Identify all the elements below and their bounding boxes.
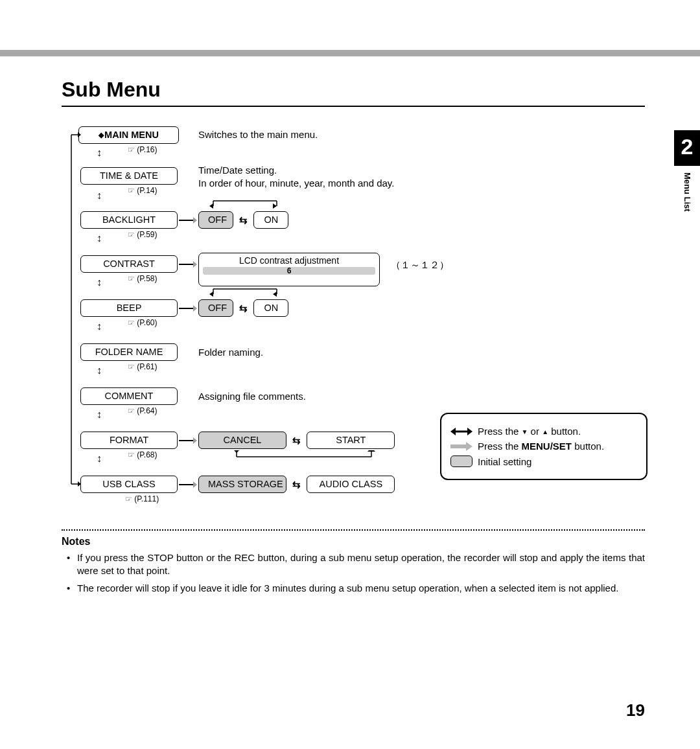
page-body: Sub Menu ◆MAIN MENU (P.16) Switches to t…	[0, 0, 700, 638]
swap-icon: ⇆	[292, 435, 301, 446]
menu-desc: Folder naming.	[198, 346, 263, 359]
updown-arrow-icon: ↕	[97, 233, 102, 244]
svg-marker-24	[193, 481, 197, 488]
swap-icon: ⇆	[239, 214, 248, 226]
svg-marker-32	[467, 428, 472, 435]
svg-marker-22	[368, 450, 375, 452]
option-off: OFF	[198, 211, 233, 229]
svg-marker-21	[233, 450, 240, 453]
menu-desc: Assigning file comments.	[198, 390, 306, 403]
format-options: CANCEL ⇆ START	[198, 432, 395, 449]
loop-icon	[209, 200, 281, 211]
page-ref: (P.111)	[125, 494, 159, 503]
arrow-right-gray-icon	[450, 442, 478, 451]
updown-arrow-icon: ↕	[97, 147, 102, 159]
arrow-right-icon	[179, 480, 197, 489]
menu-item-folder-name: FOLDER NAME	[80, 343, 178, 361]
wrap-line-icon	[68, 126, 81, 495]
svg-marker-27	[78, 132, 81, 137]
menu-item-contrast: CONTRAST	[80, 255, 178, 273]
menu-item-main: ◆MAIN MENU	[78, 126, 179, 144]
svg-marker-11	[209, 292, 213, 297]
svg-marker-10	[193, 305, 197, 312]
svg-marker-1	[193, 217, 197, 224]
backlight-options: OFF ⇆ ON	[198, 211, 288, 229]
updown-double-arrow-icon	[450, 426, 478, 437]
updown-arrow-icon: ↕	[97, 409, 102, 421]
legend-text: Press the ▼ or ▲ button.	[478, 426, 581, 437]
page-ref: (P.14)	[128, 186, 157, 195]
swap-icon: ⇆	[292, 479, 301, 490]
menu-item-comment: COMMENT	[80, 387, 178, 405]
option-audio-class: AUDIO CLASS	[307, 476, 395, 493]
updown-arrow-icon: ↕	[97, 365, 102, 376]
option-cancel: CANCEL	[198, 432, 286, 449]
arrow-right-icon	[179, 216, 197, 225]
menu-label: MAIN MENU	[104, 130, 159, 140]
option-mass-storage: MASS STORAGE	[198, 476, 286, 493]
page-ref: (P.58)	[128, 274, 157, 283]
page-title: Sub Menu	[62, 78, 645, 107]
updown-arrow-icon: ↕	[97, 453, 102, 465]
diamond-icon: ◆	[99, 131, 104, 139]
menu-diagram: ◆MAIN MENU (P.16) Switches to the main m…	[71, 126, 645, 522]
usb-options: MASS STORAGE ⇆ AUDIO CLASS	[198, 476, 395, 493]
svg-marker-2	[209, 203, 213, 209]
loop-down-icon	[233, 450, 375, 463]
svg-marker-6	[273, 203, 277, 209]
svg-rect-33	[450, 444, 466, 448]
updown-arrow-icon: ↕	[97, 190, 102, 202]
svg-marker-30	[450, 428, 456, 435]
page-ref: (P.59)	[128, 230, 157, 239]
legend-row-menuset: Press the MENU/SET button.	[450, 441, 637, 452]
legend-box: Press the ▼ or ▲ button. Press the MENU/…	[440, 413, 648, 480]
arrow-right-icon	[179, 260, 197, 269]
note-item: If you press the STOP button or the REC …	[71, 551, 645, 578]
page-ref: (P.64)	[128, 406, 157, 415]
contrast-value: 6	[203, 266, 375, 275]
arrow-right-icon	[179, 436, 197, 445]
svg-marker-29	[78, 481, 81, 487]
option-start: START	[307, 432, 395, 449]
legend-text: Initial setting	[478, 456, 531, 467]
notes-divider	[62, 529, 645, 531]
updown-arrow-icon: ↕	[97, 321, 102, 332]
contrast-panel: LCD contrast adjustment 6	[198, 253, 380, 286]
contrast-bar: 6	[203, 267, 375, 275]
notes-heading: Notes	[62, 536, 645, 547]
option-off: OFF	[198, 299, 233, 317]
contrast-title: LCD contrast adjustment	[203, 255, 375, 266]
page-number: 19	[626, 700, 645, 720]
menu-desc: Time/Date setting. In order of hour, min…	[198, 164, 394, 190]
legend-text: Press the MENU/SET button.	[478, 441, 604, 452]
legend-initial-box-icon	[450, 455, 478, 467]
menu-item-time-date: TIME & DATE	[80, 167, 178, 185]
contrast-range: （１～１２）	[391, 259, 449, 271]
notes-section: Notes If you press the STOP button or th…	[62, 536, 645, 595]
svg-marker-15	[273, 292, 277, 297]
svg-marker-34	[466, 442, 472, 451]
swap-icon: ⇆	[239, 303, 248, 314]
menu-item-usb-class: USB CLASS	[80, 476, 178, 493]
menu-item-beep: BEEP	[80, 299, 178, 317]
arrow-right-icon	[179, 304, 197, 313]
option-on: ON	[253, 211, 288, 229]
menu-item-format: FORMAT	[80, 432, 178, 449]
menu-desc: Switches to the main menu.	[198, 128, 318, 141]
svg-marker-8	[193, 261, 197, 268]
beep-options: OFF ⇆ ON	[198, 299, 288, 317]
page-ref: (P.61)	[128, 362, 157, 371]
option-on: ON	[253, 299, 288, 317]
page-ref: (P.16)	[128, 145, 157, 154]
menu-item-backlight: BACKLIGHT	[80, 211, 178, 229]
page-ref: (P.68)	[128, 450, 157, 459]
page-ref: (P.60)	[128, 318, 157, 327]
loop-icon	[209, 288, 281, 299]
svg-marker-17	[193, 437, 197, 444]
note-item: The recorder will stop if you leave it i…	[71, 582, 645, 595]
updown-arrow-icon: ↕	[97, 277, 102, 288]
legend-row-initial: Initial setting	[450, 455, 637, 467]
legend-row-updown: Press the ▼ or ▲ button.	[450, 426, 637, 437]
